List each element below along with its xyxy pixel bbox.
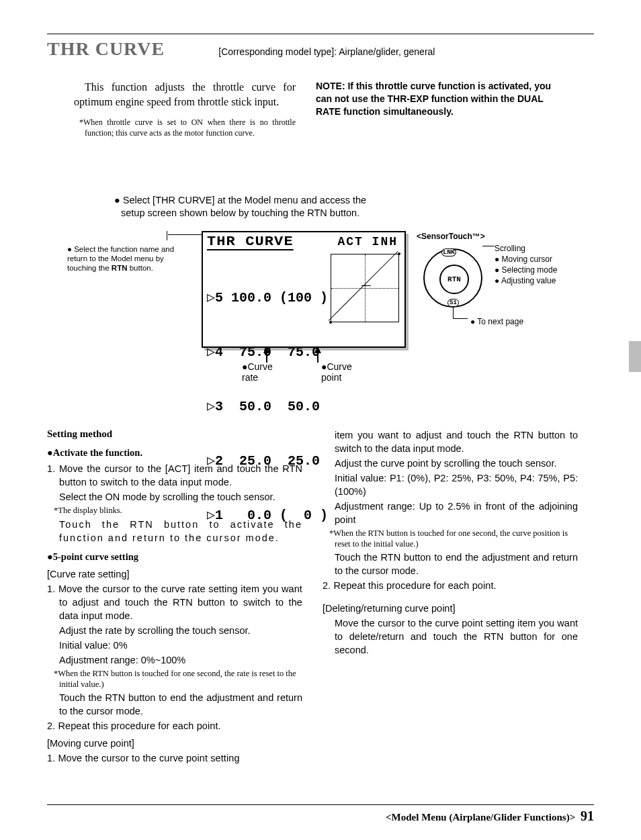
dial-lnk-label: LNK: [441, 248, 456, 256]
callout-line-v: [167, 231, 167, 240]
moving-end: Touch the RTN button to end the adjustme…: [335, 551, 578, 577]
moving-range: Adjustment range: Up to 2.5% in front of…: [335, 500, 578, 526]
left-callout: ● Select the function name and return to…: [67, 244, 195, 273]
intro-warning: NOTE: If this throttle curve function is…: [316, 80, 564, 147]
moving-initial: Initial value: P1: (0%), P2: 25%, P3: 50…: [335, 471, 578, 498]
curve-rate-label: ●Curve rate: [242, 361, 273, 383]
sensor-touch-title: <SensorTouch™>: [417, 231, 618, 242]
intro-paragraph: This function adjusts the throttle curve…: [74, 80, 296, 109]
left-callout-after: button.: [128, 264, 153, 272]
sensor-item-1: ● Selecting mode: [495, 265, 557, 275]
sensor-title: <SensorTouch™>: [417, 232, 485, 241]
rtn-button[interactable]: RTN: [439, 265, 469, 294]
moving-step-2: 2. Repeat this procedure for each point.: [335, 579, 578, 592]
scrolling-label: Scrolling: [495, 243, 557, 254]
deleting-curve-point-label: [Deleting/returning curve point]: [323, 602, 578, 615]
curve-rate-step-2: 2. Repeat this procedure for each point.: [59, 719, 302, 733]
callout-line: [168, 234, 205, 235]
lcd-screenshot: THR CURVE ACT INH ▷5 100.0 (100 ) ▷4 75.…: [202, 231, 406, 348]
intro-footnote: *When throttle curve is set to ON when t…: [85, 117, 296, 138]
to-next-page-label: ● To next page: [470, 317, 523, 326]
footer-section: <Model Menu (Airplane/Glider Functions)>: [386, 812, 575, 823]
sensor-labels: Scrolling ● Moving cursor ● Selecting mo…: [495, 243, 557, 287]
lcd-curve-graph: [331, 254, 399, 322]
lcd-screen[interactable]: THR CURVE ACT INH ▷5 100.0 (100 ) ▷4 75.…: [202, 231, 406, 348]
curve-rate-initial: Initial value: 0%: [59, 639, 302, 652]
lcd-title[interactable]: THR CURVE: [207, 234, 294, 250]
intro-row: This function adjusts the throttle curve…: [47, 80, 594, 147]
moving-step-1: 1. Move the cursor to the curve point se…: [59, 751, 302, 765]
lcd-row-2[interactable]: ▷2 25.0 25.0: [207, 452, 328, 470]
curve-rate-range: Adjustment range: 0%~100%: [59, 653, 302, 667]
bottom-rule: [47, 804, 594, 805]
curve-rate-end: Touch the RTN button to end the adjustme…: [59, 691, 302, 718]
intro-left: This function adjusts the throttle curve…: [47, 80, 296, 147]
right-column: item you want to adjust and touch the RT…: [323, 427, 578, 766]
page: THR CURVE [Corresponding model type]: Ai…: [0, 0, 641, 840]
left-callout-rtn: RTN: [112, 264, 128, 272]
sensor-item-0: ● Moving cursor: [495, 254, 557, 265]
curve-point-label: ●Curve point: [321, 361, 352, 383]
model-type-label: [Corresponding model type]: Airplane/gli…: [218, 46, 435, 57]
scroll-line: [482, 246, 495, 246]
lcd-row-5[interactable]: ▷5 100.0 (100 ): [207, 289, 328, 307]
lcd-act-inh[interactable]: ACT INH: [337, 235, 398, 248]
tonext-line-v: [453, 308, 454, 318]
screenshot-area: ● Select the function name and return to…: [47, 231, 594, 412]
moving-adjust: Adjust the curve point by scrolling the …: [335, 457, 578, 470]
top-rule: [47, 34, 594, 34]
curve-rate-adjust: Adjust the rate by scrolling the touch s…: [59, 624, 302, 637]
sensor-dial[interactable]: LNK RTN S1: [423, 248, 482, 308]
lcd-row-1[interactable]: ▷1 0.0 ( 0 ): [207, 506, 328, 524]
header-row: THR CURVE [Corresponding model type]: Ai…: [47, 38, 594, 60]
dial-outer-ring[interactable]: LNK RTN S1: [423, 248, 482, 308]
curve-rate-footnote: *When the RTN button is touched for one …: [59, 668, 302, 690]
curve-rate-step-1: 1. Move the cursor to the curve rate set…: [59, 582, 302, 622]
dial-s1-label: S1: [447, 299, 459, 307]
tonext-line-h: [453, 318, 468, 319]
page-title: THR CURVE: [47, 38, 165, 60]
deleting-step: Move the cursor to the curve point setti…: [335, 616, 578, 657]
moving-cont: item you want to adjust and touch the RT…: [335, 428, 578, 455]
select-instruction: ● Select [THR CURVE] at the Model menu a…: [121, 194, 370, 220]
lcd-row-3[interactable]: ▷3 50.0 50.0: [207, 398, 328, 416]
moving-footnote: *When the RTN button is touched for one …: [335, 528, 578, 550]
side-tab: [629, 341, 641, 372]
sensor-item-2: ● Adjusting value: [495, 275, 557, 286]
lcd-table[interactable]: ▷5 100.0 (100 ) ▷4 75.0 75.0 ▷3 50.0 50.…: [207, 252, 328, 561]
page-number: 91: [581, 808, 594, 823]
moving-curve-point-label: [Moving curve point]: [47, 737, 302, 750]
footer: <Model Menu (Airplane/Glider Functions)>…: [386, 808, 594, 824]
curve-rate-setting-label: [Curve rate setting]: [47, 567, 302, 581]
